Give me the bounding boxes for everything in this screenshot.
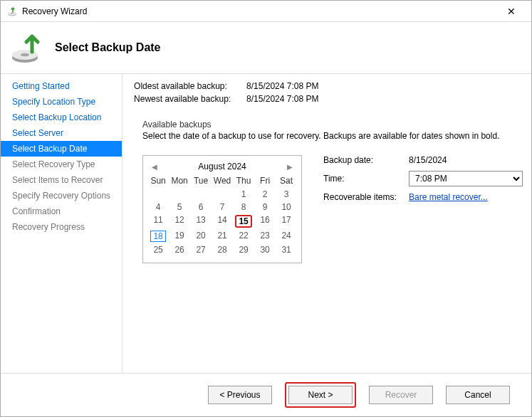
calendar-day[interactable]: 18 bbox=[147, 230, 169, 243]
calendar-day[interactable]: 8 bbox=[233, 201, 254, 213]
calendar-day[interactable]: 2 bbox=[254, 189, 276, 200]
calendar-day[interactable]: 27 bbox=[190, 244, 212, 255]
sidebar-step[interactable]: Select Backup Date bbox=[1, 141, 122, 157]
sidebar-step: Recovery Progress bbox=[1, 219, 122, 235]
sidebar-step: Select Recovery Type bbox=[1, 157, 122, 172]
next-button[interactable]: Next > bbox=[288, 386, 353, 404]
available-backups-legend: Available backups bbox=[142, 120, 523, 130]
calendar-day[interactable]: 1 bbox=[233, 189, 254, 200]
recovery-wizard-icon bbox=[6, 6, 18, 17]
newest-backup-value: 8/15/2024 7:08 PM bbox=[246, 94, 318, 104]
calendar-day bbox=[169, 189, 190, 200]
oldest-backup-label: Oldest available backup: bbox=[134, 81, 234, 91]
calendar-dow: Wed bbox=[212, 176, 233, 187]
calendar-day[interactable]: 17 bbox=[276, 214, 297, 228]
header: Select Backup Date bbox=[1, 22, 531, 73]
cancel-button[interactable]: Cancel bbox=[446, 386, 510, 404]
calendar-day[interactable]: 22 bbox=[233, 230, 254, 243]
sidebar-step: Confirmation bbox=[1, 204, 122, 219]
calendar-dow: Tue bbox=[190, 176, 212, 187]
sidebar-step[interactable]: Select Server bbox=[1, 125, 122, 141]
recover-button: Recover bbox=[369, 386, 433, 404]
calendar-day[interactable]: 9 bbox=[254, 201, 276, 213]
recoverable-items-link[interactable]: Bare metal recover... bbox=[409, 192, 488, 202]
previous-button[interactable]: < Previous bbox=[208, 386, 272, 404]
close-icon[interactable]: ✕ bbox=[497, 6, 526, 17]
calendar-day[interactable]: 4 bbox=[147, 201, 169, 213]
calendar-day[interactable]: 24 bbox=[276, 230, 297, 243]
calendar-day bbox=[147, 189, 169, 200]
content-area: Oldest available backup: 8/15/2024 7:08 … bbox=[122, 74, 532, 373]
calendar-day[interactable]: 10 bbox=[276, 201, 297, 213]
calendar-day[interactable]: 30 bbox=[254, 244, 276, 255]
calendar-prev-icon[interactable]: ◀ bbox=[149, 163, 160, 171]
footer: < Previous Next > Recover Cancel bbox=[1, 374, 531, 416]
calendar-day[interactable]: 15 bbox=[233, 214, 254, 228]
calendar-title: August 2024 bbox=[198, 162, 246, 171]
calendar-day[interactable]: 6 bbox=[190, 201, 212, 213]
sidebar-step: Select Items to Recover bbox=[1, 172, 122, 188]
calendar-day[interactable]: 16 bbox=[254, 214, 276, 228]
next-highlight: Next > bbox=[285, 382, 356, 408]
calendar-dow: Mon bbox=[169, 176, 190, 187]
sidebar-step[interactable]: Select Backup Location bbox=[1, 110, 122, 125]
backup-date-value: 8/15/2024 bbox=[409, 155, 447, 165]
calendar-day[interactable]: 20 bbox=[190, 230, 212, 243]
middle-area: Getting StartedSpecify Location TypeSele… bbox=[1, 74, 531, 373]
calendar-day[interactable]: 26 bbox=[169, 244, 190, 255]
recoverable-items-label: Recoverable items: bbox=[323, 192, 409, 202]
available-backups-group: Available backups Select the date of a b… bbox=[134, 112, 531, 276]
sidebar-step[interactable]: Getting Started bbox=[1, 78, 122, 94]
calendar-day[interactable]: 29 bbox=[233, 244, 254, 255]
wizard-sidebar: Getting StartedSpecify Location TypeSele… bbox=[1, 74, 122, 373]
calendar-day[interactable]: 14 bbox=[212, 214, 233, 228]
calendar-day[interactable]: 3 bbox=[276, 189, 297, 200]
calendar-day[interactable]: 25 bbox=[147, 244, 169, 255]
calendar-day bbox=[212, 189, 233, 200]
backup-date-label: Backup date: bbox=[323, 155, 409, 165]
sidebar-step[interactable]: Specify Location Type bbox=[1, 94, 122, 110]
calendar-day[interactable]: 23 bbox=[254, 230, 276, 243]
calendar[interactable]: ◀ August 2024 ▶ SunMonTueWedThuFriSat123… bbox=[142, 155, 302, 263]
calendar-dow: Fri bbox=[254, 176, 276, 187]
calendar-day[interactable]: 5 bbox=[169, 201, 190, 213]
calendar-day bbox=[190, 189, 212, 200]
oldest-backup-value: 8/15/2024 7:08 PM bbox=[246, 81, 318, 91]
calendar-dow: Thu bbox=[233, 176, 254, 187]
calendar-grid: SunMonTueWedThuFriSat1234567891011121314… bbox=[147, 176, 297, 255]
recovery-header-icon bbox=[11, 31, 45, 65]
time-select[interactable]: 7:08 PM bbox=[409, 171, 523, 186]
sidebar-step: Specify Recovery Options bbox=[1, 188, 122, 204]
calendar-day[interactable]: 13 bbox=[190, 214, 212, 228]
time-label: Time: bbox=[323, 174, 409, 184]
calendar-day[interactable]: 12 bbox=[169, 214, 190, 228]
calendar-day[interactable]: 28 bbox=[212, 244, 233, 255]
calendar-day[interactable]: 21 bbox=[212, 230, 233, 243]
titlebar: Recovery Wizard ✕ bbox=[1, 1, 531, 22]
svg-point-2 bbox=[11, 13, 14, 14]
window-title: Recovery Wizard bbox=[22, 6, 497, 16]
calendar-dow: Sun bbox=[147, 176, 169, 187]
calendar-day[interactable]: 19 bbox=[169, 230, 190, 243]
calendar-day[interactable]: 7 bbox=[212, 201, 233, 213]
oldest-backup-row: Oldest available backup: 8/15/2024 7:08 … bbox=[134, 81, 531, 91]
newest-backup-label: Newest available backup: bbox=[134, 94, 234, 104]
page-title: Select Backup Date bbox=[55, 41, 161, 54]
newest-backup-row: Newest available backup: 8/15/2024 7:08 … bbox=[134, 94, 531, 104]
calendar-next-icon[interactable]: ▶ bbox=[284, 163, 296, 171]
backup-details: Backup date: 8/15/2024 Time: 7:08 PM Rec… bbox=[323, 155, 523, 208]
svg-point-5 bbox=[21, 53, 29, 57]
available-backups-desc: Select the date of a backup to use for r… bbox=[142, 131, 523, 141]
calendar-dow: Sat bbox=[276, 176, 297, 187]
calendar-day[interactable]: 31 bbox=[276, 244, 297, 255]
calendar-day[interactable]: 11 bbox=[147, 214, 169, 228]
